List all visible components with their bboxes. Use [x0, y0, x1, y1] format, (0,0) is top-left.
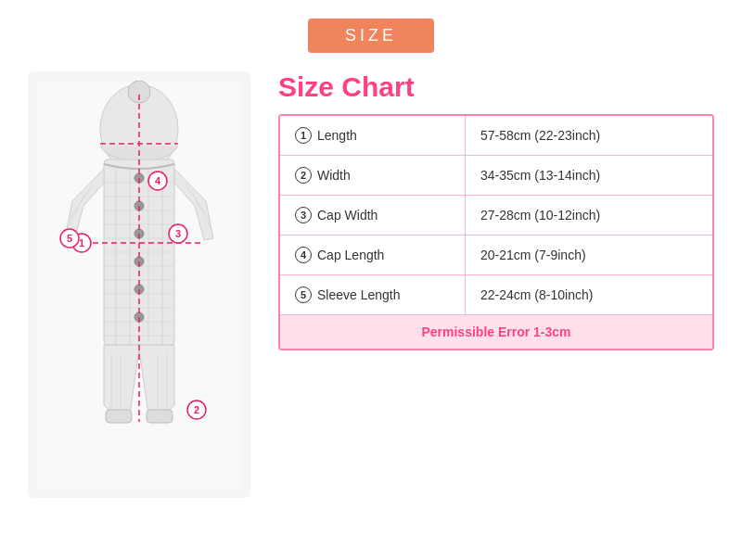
table-cell-label: 5Sleeve Length [280, 275, 466, 314]
table-cell-value: 27-28cm (10-12inch) [466, 196, 712, 235]
table-footer-row: Permissible Error 1-3cm [280, 315, 712, 349]
svg-text:4: 4 [155, 175, 161, 186]
svg-text:5: 5 [67, 233, 72, 244]
measurement-label: Sleeve Length [317, 287, 401, 302]
table-row: 4Cap Length20-21cm (7-9inch) [280, 235, 712, 275]
page-wrapper: SIZE [0, 0, 742, 560]
svg-rect-35 [106, 410, 132, 423]
measurement-number: 1 [295, 127, 312, 144]
svg-text:3: 3 [175, 228, 181, 239]
table-row: 2Width34-35cm (13-14inch) [280, 156, 712, 196]
table-cell-value: 20-21cm (7-9inch) [466, 235, 712, 274]
table-cell-value: 22-24cm (8-10inch) [466, 275, 712, 314]
svg-rect-36 [147, 410, 173, 423]
product-image-container: 1 2 3 4 5 [28, 71, 250, 498]
measurement-label: Cap Length [317, 248, 384, 262]
size-badge: SIZE [308, 19, 434, 53]
svg-text:2: 2 [194, 404, 199, 415]
table-cell-value: 34-35cm (13-14inch) [466, 156, 712, 195]
product-image: 1 2 3 4 5 [28, 71, 250, 498]
chart-title: Size Chart [278, 71, 415, 103]
table-cell-label: 1Length [280, 116, 466, 155]
table-cell-label: 4Cap Length [280, 235, 466, 274]
content-area: 1 2 3 4 5 Size Chart [28, 71, 714, 498]
measurement-number: 4 [295, 247, 312, 263]
chart-area: Size Chart 1Length57-58cm (22-23inch)2Wi… [278, 71, 714, 350]
table-row: 5Sleeve Length22-24cm (8-10inch) [280, 275, 712, 315]
measurement-label: Width [317, 168, 351, 183]
table-cell-value: 57-58cm (22-23inch) [466, 116, 712, 155]
size-badge-text: SIZE [345, 26, 397, 45]
measurement-label: Length [317, 128, 357, 143]
table-row: 1Length57-58cm (22-23inch) [280, 116, 712, 156]
measurement-label: Cap Width [317, 208, 377, 223]
measurement-number: 3 [295, 207, 312, 223]
svg-text:1: 1 [79, 237, 84, 248]
table-cell-label: 2Width [280, 156, 466, 195]
sweater-illustration: 1 2 3 4 5 [37, 81, 241, 489]
table-cell-label: 3Cap Width [280, 196, 466, 235]
measurement-number: 2 [295, 167, 312, 184]
measurement-number: 5 [295, 286, 312, 303]
size-table: 1Length57-58cm (22-23inch)2Width34-35cm … [278, 114, 714, 350]
permissible-error-text: Permissible Error 1-3cm [421, 325, 570, 339]
table-row: 3Cap Width27-28cm (10-12inch) [280, 196, 712, 235]
